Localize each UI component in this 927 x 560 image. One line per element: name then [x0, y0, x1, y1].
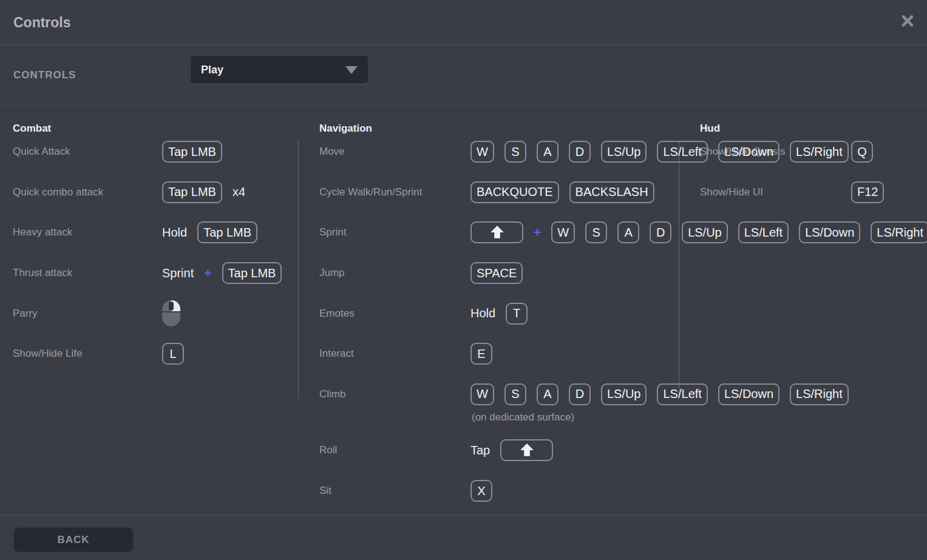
shift-arrow-icon	[518, 443, 535, 457]
binding-keys: HoldTap LMB	[162, 221, 257, 243]
key-backquote[interactable]: BACKQUOTE	[470, 181, 559, 203]
binding-keys	[162, 300, 180, 326]
binding-modifier-text: Hold	[162, 226, 187, 240]
binding-keys: Sprint+Tap LMB	[162, 262, 282, 284]
navigation-rows: MoveWSADLS/UpLS/LeftLS/DownLS/RightCycle…	[319, 132, 927, 511]
binding-label: Climb	[319, 388, 470, 400]
key-ls-down[interactable]: LS/Down	[718, 383, 779, 405]
close-button[interactable]	[897, 10, 919, 32]
key-d[interactable]: D	[569, 141, 591, 163]
key-ls-left[interactable]: LS/Left	[657, 141, 707, 163]
dropdown-selected-value: Play	[201, 64, 223, 76]
binding-label: Sprint	[319, 226, 470, 238]
column-navigation: Navigation MoveWSADLS/UpLS/LeftLS/DownLS…	[319, 122, 927, 511]
binding-row-cycle-walk-run-sprint: Cycle Walk/Run/SprintBACKQUOTEBACKSLASH	[319, 172, 927, 213]
key-ls-down[interactable]: LS/Down	[718, 141, 779, 163]
key-ls-up[interactable]: LS/Up	[601, 383, 647, 405]
key-w[interactable]: W	[470, 383, 494, 405]
key-backslash[interactable]: BACKSLASH	[569, 181, 654, 203]
binding-row-sprint: Sprint+WSADLS/UpLS/LeftLS/DownLS/Right	[319, 212, 927, 253]
key-ls-up[interactable]: LS/Up	[601, 141, 647, 163]
binding-row-heavy-attack: Heavy attackHoldTap LMB	[13, 212, 298, 253]
key-a[interactable]: A	[537, 141, 559, 163]
binding-keys: L	[162, 343, 184, 365]
chevron-down-icon	[345, 66, 358, 74]
binding-row-interact: InteractE	[319, 334, 927, 374]
combat-rows: Quick AttackTap LMBQuick combo attackTap…	[13, 132, 298, 374]
key-ls-right[interactable]: LS/Right	[871, 221, 927, 243]
binding-keys: Tap LMB	[162, 141, 222, 163]
binding-row-show-hide-life: Show/Hide LifeL	[13, 334, 298, 374]
key-space[interactable]: SPACE	[470, 262, 523, 284]
key-w[interactable]: W	[551, 221, 575, 243]
key-d[interactable]: D	[569, 383, 591, 405]
binding-label: Roll	[319, 444, 470, 456]
binding-keys: WSADLS/UpLS/LeftLS/DownLS/Right	[470, 383, 849, 405]
binding-row-parry: Parry	[13, 293, 298, 334]
key-shift[interactable]	[470, 221, 523, 243]
key-shift[interactable]	[500, 439, 553, 461]
key-ls-right[interactable]: LS/Right	[790, 141, 849, 163]
binding-label: Show/Hide Life	[13, 348, 162, 360]
controls-selector-label: CONTROLS	[13, 69, 76, 81]
binding-label: Quick Attack	[13, 146, 162, 158]
binding-row-roll: RollTap	[319, 430, 927, 471]
key-ls-up[interactable]: LS/Up	[682, 221, 728, 243]
binding-label: Cycle Walk/Run/Sprint	[319, 186, 470, 198]
key-tap-lmb[interactable]: Tap LMB	[162, 181, 222, 203]
binding-row-quick-combo-attack: Quick combo attackTap LMBx4	[13, 172, 298, 213]
binding-label: Sit	[319, 485, 470, 497]
key-s[interactable]: S	[504, 141, 526, 163]
key-ls-down[interactable]: LS/Down	[799, 221, 860, 243]
close-icon	[900, 13, 915, 29]
title-bar: Controls	[0, 0, 927, 46]
controls-scheme-dropdown[interactable]: Play	[190, 55, 368, 84]
binding-keys: BACKQUOTEBACKSLASH	[470, 181, 654, 203]
key-tap-lmb[interactable]: Tap LMB	[197, 221, 257, 243]
key-ls-left[interactable]: LS/Left	[738, 221, 789, 243]
key-a[interactable]: A	[537, 383, 559, 405]
column-divider	[298, 141, 299, 399]
key-s[interactable]: S	[504, 383, 526, 405]
mouse-right-button-icon[interactable]	[162, 300, 180, 326]
binding-label: Parry	[13, 308, 162, 320]
key-tap-lmb[interactable]: Tap LMB	[162, 141, 222, 163]
binding-row-jump: JumpSPACE	[319, 253, 927, 294]
key-s[interactable]: S	[585, 221, 607, 243]
back-button[interactable]: BACK	[13, 527, 134, 552]
binding-keys: SPACE	[470, 262, 523, 284]
binding-label: Heavy attack	[13, 226, 162, 238]
binding-row-thrust-attack: Thrust attackSprint+Tap LMB	[13, 253, 298, 294]
binding-keys: E	[470, 343, 492, 365]
key-l[interactable]: L	[162, 343, 184, 365]
controls-modal: Controls CONTROLS Play Hud Show/Hide Que…	[0, 0, 927, 560]
key-x[interactable]: X	[470, 480, 492, 502]
binding-keys: +WSADLS/UpLS/LeftLS/DownLS/Right	[470, 221, 927, 243]
binding-modifier-text: Hold	[470, 306, 495, 320]
key-ls-left[interactable]: LS/Left	[657, 383, 707, 405]
binding-keys: Tap LMBx4	[162, 181, 245, 203]
plus-separator: +	[204, 266, 211, 280]
binding-row-quick-attack: Quick AttackTap LMB	[13, 132, 298, 172]
key-d[interactable]: D	[650, 221, 671, 243]
binding-label: Jump	[319, 267, 470, 279]
binding-keys: X	[470, 480, 492, 502]
key-t[interactable]: T	[506, 303, 528, 325]
binding-label: Move	[319, 146, 470, 158]
mouse-wheel	[169, 302, 174, 311]
key-e[interactable]: E	[470, 343, 492, 365]
key-a[interactable]: A	[617, 221, 639, 243]
mouse-button-split	[162, 311, 180, 312]
binding-row-move: MoveWSADLS/UpLS/LeftLS/DownLS/Right	[319, 132, 927, 172]
binding-row-sit: SitX	[319, 471, 927, 511]
key-w[interactable]: W	[470, 141, 494, 163]
key-ls-right[interactable]: LS/Right	[790, 383, 849, 405]
binding-keys: HoldT	[470, 303, 528, 325]
key-tap-lmb[interactable]: Tap LMB	[222, 262, 282, 284]
footer-bar: BACK	[0, 514, 927, 560]
binding-label: Emotes	[319, 308, 470, 320]
binding-modifier-text: x4	[233, 185, 245, 199]
binding-keys: WSADLS/UpLS/LeftLS/DownLS/Right	[470, 141, 849, 163]
plus-separator: +	[534, 225, 541, 240]
binding-keys: Tap	[470, 439, 553, 461]
